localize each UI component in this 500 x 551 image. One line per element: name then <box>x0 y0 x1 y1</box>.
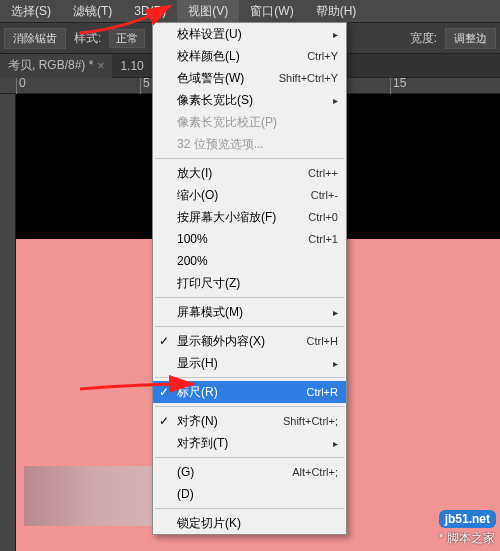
menu-item-label: 200% <box>177 254 208 268</box>
menu-item-label: 缩小(O) <box>177 187 218 204</box>
menu-separator <box>155 508 344 509</box>
menu-shortcut: Ctrl+0 <box>308 211 338 223</box>
menu-proof-colors[interactable]: 校样颜色(L)Ctrl+Y <box>153 45 346 67</box>
menu-item-label: (G) <box>177 465 194 479</box>
submenu-arrow-icon: ▸ <box>333 438 338 449</box>
width-label: 宽度: <box>410 30 437 47</box>
menu-shortcut: Ctrl+Y <box>307 50 338 62</box>
menu-item-g[interactable]: (G)Alt+Ctrl+; <box>153 461 346 483</box>
tab-close-icon[interactable]: × <box>97 59 104 73</box>
menu-item-label: (D) <box>177 487 194 501</box>
menu-item-label: 色域警告(W) <box>177 70 244 87</box>
menu-32bit-preview: 32 位预览选项... <box>153 133 346 155</box>
menu-window[interactable]: 窗口(W) <box>239 0 304 22</box>
menu-item-d[interactable]: (D) <box>153 483 346 505</box>
menu-snap[interactable]: ✓对齐(N)Shift+Ctrl+; <box>153 410 346 432</box>
check-icon: ✓ <box>159 414 169 428</box>
watermark-badge: jb51.net <box>439 510 496 528</box>
menu-item-label: 32 位预览选项... <box>177 136 264 153</box>
menu-item-label: 按屏幕大小缩放(F) <box>177 209 276 226</box>
style-label: 样式: <box>74 30 101 47</box>
menu-item-label: 屏幕模式(M) <box>177 304 243 321</box>
menu-print-size[interactable]: 打印尺寸(Z) <box>153 272 346 294</box>
menu-100[interactable]: 100%Ctrl+1 <box>153 228 346 250</box>
watermark-text: * 脚本之家 <box>439 530 496 547</box>
menu-separator <box>155 406 344 407</box>
view-menu-dropdown: 校样设置(U)▸ 校样颜色(L)Ctrl+Y 色域警告(W)Shift+Ctrl… <box>152 22 347 535</box>
menu-zoom-out[interactable]: 缩小(O)Ctrl+- <box>153 184 346 206</box>
menu-item-label: 锁定切片(K) <box>177 515 241 532</box>
menu-rulers[interactable]: ✓标尺(R)Ctrl+R <box>153 381 346 403</box>
menu-snap-to[interactable]: 对齐到(T)▸ <box>153 432 346 454</box>
check-icon: ✓ <box>159 385 169 399</box>
menu-filter[interactable]: 滤镜(T) <box>62 0 123 22</box>
menu-item-label: 对齐到(T) <box>177 435 228 452</box>
ruler-tick: 0 <box>16 78 26 94</box>
menu-item-label: 对齐(N) <box>177 413 218 430</box>
ruler-vertical[interactable] <box>0 94 16 551</box>
menu-item-label: 100% <box>177 232 208 246</box>
menu-item-label: 像素长宽比(S) <box>177 92 253 109</box>
menu-separator <box>155 158 344 159</box>
menu-item-label: 放大(I) <box>177 165 212 182</box>
menu-shortcut: Ctrl++ <box>308 167 338 179</box>
submenu-arrow-icon: ▸ <box>333 358 338 369</box>
menu-separator <box>155 326 344 327</box>
menu-shortcut: Ctrl+R <box>307 386 338 398</box>
doc-tab-1[interactable]: 考贝, RGB/8#) * × <box>0 54 112 78</box>
adjust-edge-button[interactable]: 调整边 <box>445 28 496 49</box>
menu-shortcut: Shift+Ctrl+Y <box>279 72 338 84</box>
menu-show[interactable]: 显示(H)▸ <box>153 352 346 374</box>
doc-tab-1-label: 考贝, RGB/8#) * <box>8 57 93 74</box>
menu-shortcut: Ctrl+- <box>311 189 338 201</box>
menu-shortcut: Ctrl+H <box>307 335 338 347</box>
menu-200[interactable]: 200% <box>153 250 346 272</box>
doc-tab-2[interactable]: 1.10 <box>112 54 151 78</box>
doc-tab-2-label: 1.10 <box>120 59 143 73</box>
menu-item-label: 校样设置(U) <box>177 26 242 43</box>
antialias-button[interactable]: 消除锯齿 <box>4 28 66 49</box>
menu-3d[interactable]: 3D(D) <box>123 0 177 22</box>
menu-lock-slices[interactable]: 锁定切片(K) <box>153 512 346 534</box>
submenu-arrow-icon: ▸ <box>333 95 338 106</box>
menu-separator <box>155 297 344 298</box>
menu-extras[interactable]: ✓显示额外内容(X)Ctrl+H <box>153 330 346 352</box>
menu-help[interactable]: 帮助(H) <box>305 0 368 22</box>
ruler-tick: 5 <box>140 78 150 94</box>
menu-shortcut: Alt+Ctrl+; <box>292 466 338 478</box>
check-icon: ✓ <box>159 334 169 348</box>
menu-item-label: 校样颜色(L) <box>177 48 240 65</box>
menu-view[interactable]: 视图(V) <box>177 0 239 22</box>
watermark: jb51.net * 脚本之家 <box>439 510 496 547</box>
menu-proof-setup[interactable]: 校样设置(U)▸ <box>153 23 346 45</box>
menu-item-label: 像素长宽比校正(P) <box>177 114 277 131</box>
menu-shortcut: Shift+Ctrl+; <box>283 415 338 427</box>
style-select[interactable]: 正常 <box>109 29 145 48</box>
menu-item-label: 显示额外内容(X) <box>177 333 265 350</box>
menu-select[interactable]: 选择(S) <box>0 0 62 22</box>
menu-gamut-warning[interactable]: 色域警告(W)Shift+Ctrl+Y <box>153 67 346 89</box>
menu-fit-screen[interactable]: 按屏幕大小缩放(F)Ctrl+0 <box>153 206 346 228</box>
menu-zoom-in[interactable]: 放大(I)Ctrl++ <box>153 162 346 184</box>
menu-screen-mode[interactable]: 屏幕模式(M)▸ <box>153 301 346 323</box>
menu-pixel-correction: 像素长宽比校正(P) <box>153 111 346 133</box>
menu-separator <box>155 377 344 378</box>
menu-separator <box>155 457 344 458</box>
ruler-tick: 15 <box>390 78 406 94</box>
menu-item-label: 打印尺寸(Z) <box>177 275 240 292</box>
submenu-arrow-icon: ▸ <box>333 29 338 40</box>
menu-pixel-aspect[interactable]: 像素长宽比(S)▸ <box>153 89 346 111</box>
submenu-arrow-icon: ▸ <box>333 307 338 318</box>
menu-item-label: 显示(H) <box>177 355 218 372</box>
menu-item-label: 标尺(R) <box>177 384 218 401</box>
menu-shortcut: Ctrl+1 <box>308 233 338 245</box>
